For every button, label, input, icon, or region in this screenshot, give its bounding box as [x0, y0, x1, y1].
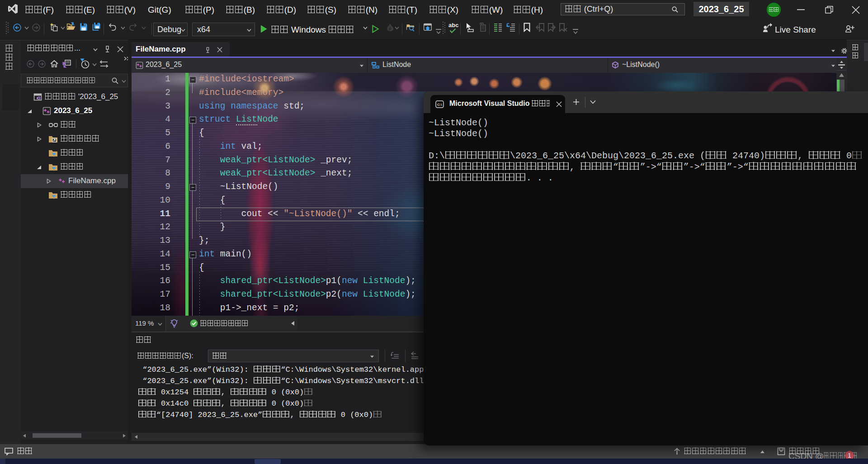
svg-text:C:\: C:\	[437, 103, 442, 107]
